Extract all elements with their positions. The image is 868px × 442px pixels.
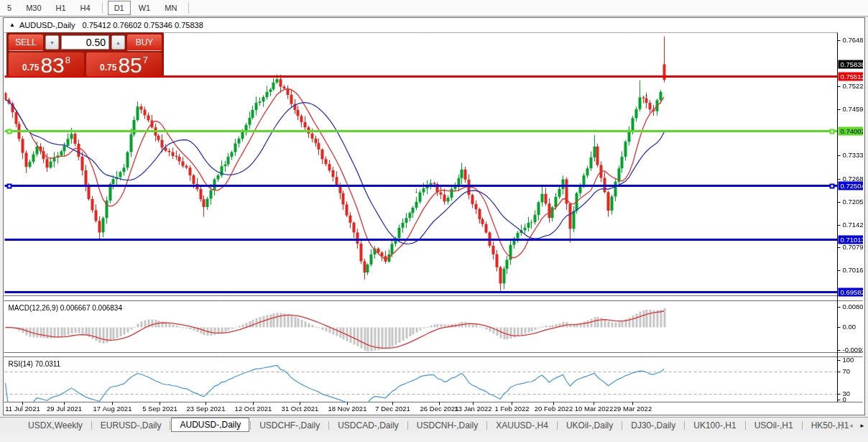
buy-price-big: 85	[118, 55, 142, 75]
chart-window: ▲ AUDUSD-,Daily 0.75412 0.76602 0.75346 …	[3, 17, 865, 415]
trade-controls-row: SELL ▼ ▲ BUY	[9, 34, 162, 51]
sell-price-big: 83	[40, 55, 64, 75]
tab-separator	[486, 421, 487, 430]
tab-uk100-h1[interactable]: UK100-,H1	[685, 418, 744, 433]
tab-xauusd-h4[interactable]: XAUUSD-,H4	[488, 418, 556, 433]
tab-separator	[328, 421, 329, 430]
tab-separator	[745, 421, 746, 430]
tab-separator	[841, 421, 842, 430]
tab-dj30-daily[interactable]: DJ30-,Daily	[623, 418, 683, 433]
tab-usdx-weekly[interactable]: USDX,Weekly	[20, 418, 91, 433]
toolbar-separator	[188, 2, 189, 14]
sell-button[interactable]: SELL	[9, 34, 43, 50]
tab-ukoil-daily[interactable]: UKOil-,Daily	[558, 418, 621, 433]
chart-tab-bar: USDX,WeeklyEURUSD-,DailyAUDUSD-,DailyUSD…	[0, 417, 868, 433]
timeframe-button-w1[interactable]: W1	[132, 1, 157, 15]
tab-separator	[91, 421, 92, 430]
buy-price-box[interactable]: 0.75857	[86, 52, 162, 76]
sell-price-sup: 8	[65, 55, 70, 65]
timeframe-button-h4[interactable]: H4	[74, 1, 97, 15]
chevron-down-icon: ▼	[50, 40, 55, 45]
sell-price-base: 0.75	[22, 63, 39, 73]
tab-separator	[557, 421, 558, 430]
one-click-trading-panel: SELL ▼ ▲ BUY 0.75838 0.75857	[6, 32, 164, 76]
buy-price-sup: 7	[143, 55, 148, 65]
tab-separator	[684, 421, 685, 430]
tab-scroll-right-icon[interactable]: ►	[859, 423, 865, 429]
tab-separator	[802, 421, 803, 430]
timeframe-button-5[interactable]: 5	[1, 1, 18, 15]
tab-usoil-h1[interactable]: USOil-,H1	[747, 418, 801, 433]
tab-separator	[622, 421, 622, 430]
sell-price-box[interactable]: 0.75838	[9, 52, 84, 76]
chart-ohlc-values: 0.75412 0.76602 0.75346 0.75838	[83, 21, 203, 29]
tab-eurusd-daily[interactable]: EURUSD-,Daily	[93, 418, 170, 433]
toolbar-separator	[102, 2, 103, 14]
volume-input[interactable]	[61, 35, 109, 50]
trade-prices-row: 0.75838 0.75857	[9, 52, 162, 76]
tab-scroll-controls: ◄►	[841, 418, 865, 433]
tab-separator	[170, 421, 170, 430]
chevron-up-icon: ▲	[116, 40, 121, 45]
chart-title-row: ▲ AUDUSD-,Daily 0.75412 0.76602 0.75346 …	[4, 18, 864, 32]
chart-canvas[interactable]	[4, 32, 863, 413]
timeframe-button-h1[interactable]: H1	[50, 1, 73, 15]
tab-usdcnh-daily[interactable]: USDCNH-,Daily	[409, 418, 486, 433]
mt4-app: 5M30H1H4D1W1MN ▲ AUDUSD-,Daily 0.75412 0…	[0, 0, 868, 442]
buy-price-base: 0.75	[100, 63, 116, 73]
tab-separator	[250, 421, 251, 430]
tab-usdchf-daily[interactable]: USDCHF-,Daily	[251, 418, 328, 433]
tab-scroll-left-icon[interactable]: ◄	[848, 423, 854, 429]
volume-increase-button[interactable]: ▲	[111, 35, 125, 50]
timeframe-button-m30[interactable]: M30	[19, 1, 47, 15]
tab-separator	[407, 421, 408, 430]
collapse-icon[interactable]: ▲	[9, 22, 15, 28]
buy-button[interactable]: BUY	[127, 34, 162, 50]
status-bar	[0, 433, 868, 442]
timeframe-toolbar: 5M30H1H4D1W1MN	[0, 0, 868, 17]
volume-decrease-button[interactable]: ▼	[45, 35, 59, 50]
chart-title: AUDUSD-,Daily	[19, 21, 75, 29]
tab-usdcad-daily[interactable]: USDCAD-,Daily	[330, 418, 407, 433]
tab-audusd-daily[interactable]: AUDUSD-,Daily	[171, 418, 249, 432]
timeframe-button-mn[interactable]: MN	[158, 1, 183, 15]
timeframe-button-d1[interactable]: D1	[108, 1, 131, 15]
